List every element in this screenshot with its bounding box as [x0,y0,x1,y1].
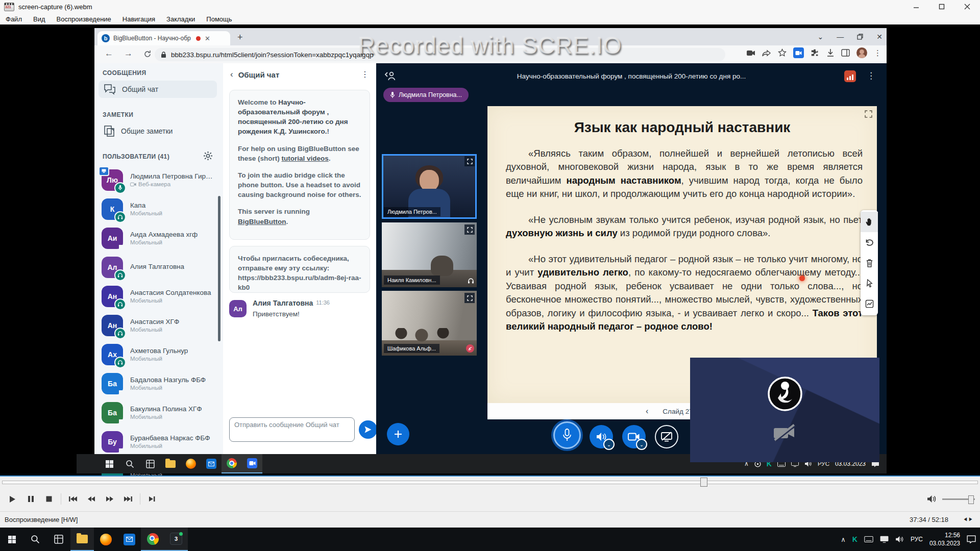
start-button-icon[interactable] [99,454,119,473]
browser-menu-icon[interactable]: ⋮ [874,48,881,58]
tray-language[interactable]: РУС [911,536,923,543]
skip-start-button[interactable] [64,490,82,508]
webcam-fullscreen-icon[interactable] [464,156,475,166]
kaspersky-tray-icon[interactable]: K [852,535,857,543]
user-list-item[interactable]: Ан Анастасия ХГФ Мобильный [94,311,223,340]
video-surface[interactable]: Recorded with SCRE.IO b BigBlueButton - … [0,24,980,475]
menu-item[interactable]: Воспроизведение [51,15,117,23]
menu-item[interactable]: Закладки [161,15,201,23]
recorder-app-icon[interactable] [242,454,262,473]
browser-restore-icon[interactable] [857,34,863,40]
browser-profile-avatar[interactable] [856,47,867,58]
tray-chevron-icon[interactable]: ∧ [841,536,846,543]
menu-item[interactable]: Помощь [201,15,237,23]
slide-number-label[interactable]: Слайд 27 [663,408,693,415]
slide-fullscreen-icon[interactable] [865,110,872,118]
pointer-tool-button[interactable] [861,273,878,293]
skip-end-button[interactable] [119,490,137,508]
user-list-item[interactable]: Ба Бакулина Полина ХГФ Мобильны [94,398,223,427]
start-button-icon[interactable] [0,528,23,551]
poll-chart-button[interactable] [861,293,878,314]
tray-monitor-icon[interactable] [880,536,889,543]
send-message-button[interactable] [359,420,377,439]
menu-item[interactable]: Навигация [117,15,161,23]
maximize-button[interactable] [929,0,954,13]
user-list-item[interactable]: Лю Людмила Петровна Гирфа... (Вы) [94,165,223,194]
frame-step-button[interactable] [143,490,161,508]
webcam-fullscreen-icon[interactable] [464,293,475,303]
recorder-app-icon[interactable]: 3 [164,528,188,551]
user-list-item[interactable]: Ба Бадалова Назгуль ФБФ Мобильн [94,369,223,398]
search-icon[interactable] [23,528,47,551]
chat-back-chevron[interactable]: ‹ [230,69,233,80]
connection-status-icon[interactable] [844,70,856,82]
task-view-icon[interactable] [47,528,70,551]
invite-link[interactable]: https://bbb233.bspu.ru/b/adm-8ej-raa-kb0 [238,274,361,291]
volume-slider[interactable] [942,498,975,500]
mail-app-icon[interactable] [201,454,222,473]
media-control-icon[interactable] [746,49,755,57]
reload-icon[interactable] [143,50,152,58]
screen-recorder-extension-icon[interactable] [793,47,804,58]
chat-input-field[interactable] [230,418,354,441]
fast-forward-button[interactable] [101,490,119,508]
previous-slide-chevron[interactable]: ‹ [646,407,648,416]
bigbluebutton-link[interactable]: BigBlueButton [238,218,286,226]
seek-track[interactable] [2,481,978,484]
webcam-tile[interactable]: Наиля Камиловн... [382,222,477,287]
share-icon[interactable] [762,49,771,57]
undo-button[interactable] [861,232,878,253]
pause-button[interactable] [21,490,40,508]
chat-input[interactable] [229,417,355,442]
forward-icon[interactable]: → [124,48,133,59]
volume-thumb[interactable] [968,495,974,504]
close-button[interactable] [954,0,980,13]
side-panel-icon[interactable] [841,49,850,57]
webcam-tile[interactable]: Шафикова Альф... [382,291,477,356]
chat-options-icon[interactable]: ⋮ [361,69,369,79]
users-settings-gear-icon[interactable] [203,151,213,161]
options-menu-icon[interactable]: ⋮ [867,70,875,81]
actions-plus-button[interactable] [387,423,409,445]
tab-close-icon[interactable]: ✕ [205,35,210,42]
downloads-icon[interactable] [826,48,835,57]
browser-close-icon[interactable]: ✕ [876,33,883,41]
firefox-icon[interactable] [181,454,201,473]
player-volume-icon[interactable] [927,495,937,503]
webcam-tile[interactable]: Людмила Петров... [382,154,477,219]
userlist-scrollbar[interactable] [218,196,220,341]
audio-button[interactable]: ⌄ [590,425,613,448]
seek-thumb[interactable] [700,478,707,487]
seek-bar[interactable] [0,475,980,487]
user-list-item[interactable]: Аи Аида Ахмадеева хгф Мобильный [94,223,223,253]
search-icon[interactable] [119,454,140,473]
user-list-item[interactable]: К Капа Мобильный [94,194,223,223]
sidebar-item-public-chat[interactable]: Общий чат [99,81,217,98]
webcam-button[interactable]: ⌄ [622,425,646,448]
talking-indicator[interactable]: Людмила Петровна... [383,88,469,102]
menu-item[interactable]: Файл [0,15,28,23]
back-icon[interactable]: ← [105,48,113,59]
hand-tool-button[interactable] [861,212,878,232]
tray-volume-icon[interactable] [895,536,904,543]
tray-keyboard-icon[interactable] [864,536,873,542]
tab-search-icon[interactable]: ⌄ [818,33,824,41]
browser-minimize-icon[interactable]: — [837,33,844,41]
rewind-button[interactable] [82,490,101,508]
user-list-item[interactable]: Ал Алия Талгатовна [94,253,223,282]
chrome-icon[interactable] [141,528,164,551]
firefox-icon[interactable] [94,528,117,551]
sidebar-item-shared-notes[interactable]: Общие заметки [99,122,217,140]
file-explorer-icon[interactable] [160,454,181,473]
mail-app-icon[interactable] [117,528,141,551]
stop-button[interactable] [40,490,58,508]
bookmark-star-icon[interactable] [778,48,787,57]
screenshare-button[interactable] [655,425,678,448]
new-tab-button[interactable]: + [237,32,243,43]
chrome-icon[interactable] [222,454,242,473]
user-list-item[interactable]: Ан Анастасия Солдатенкова Мобил [94,282,223,311]
webcam-options-chevron[interactable]: ⌄ [636,439,647,450]
task-view-icon[interactable] [140,454,160,473]
play-button[interactable] [3,490,21,508]
user-list-item[interactable]: Ах Ахметова Гульнур Мобильный [94,340,223,369]
